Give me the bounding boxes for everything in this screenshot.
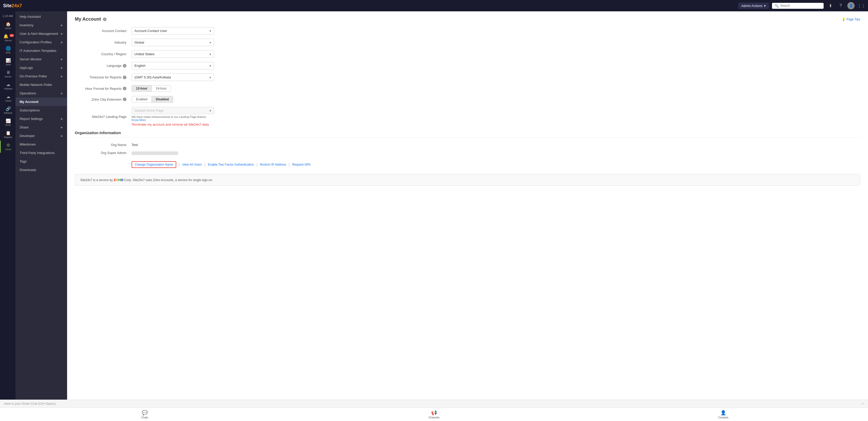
nav-label-admin: Admin bbox=[5, 148, 11, 151]
industry-select-wrapper: Global bbox=[132, 39, 214, 46]
org-section-title: Organization Information bbox=[75, 131, 860, 138]
sidebar-item-my-account[interactable]: My Account bbox=[16, 98, 67, 106]
sidebar-item-user-alert[interactable]: User & Alert Management ▶ bbox=[16, 29, 67, 38]
chats-label: Chats bbox=[142, 416, 148, 419]
account-contact-select[interactable]: Account Contact User bbox=[132, 27, 214, 35]
avatar[interactable]: 👤 bbox=[847, 2, 855, 9]
know-more-link[interactable]: Know More bbox=[132, 119, 146, 122]
cliq-enabled-button[interactable]: Enabled bbox=[132, 96, 152, 102]
country-control: United States bbox=[132, 50, 214, 58]
country-row: Country / Region United States bbox=[75, 50, 860, 58]
request-dpa-link[interactable]: Request DPA bbox=[292, 162, 311, 167]
restrict-ip-link[interactable]: Restrict IP Address bbox=[260, 162, 286, 167]
nav-item-reports[interactable]: 📋 Reports bbox=[0, 128, 16, 140]
industry-select[interactable]: Global bbox=[132, 39, 214, 46]
sidebar-item-downloads[interactable]: Downloads bbox=[16, 166, 67, 174]
landing-page-row: Site24x7 Landing Page Default Home Page … bbox=[75, 107, 860, 126]
page-title-text: My Account bbox=[75, 17, 101, 22]
org-section: Organization Information Org Name Test O… bbox=[75, 131, 860, 168]
sidebar-item-on-premise[interactable]: On-Premise Poller ▶ bbox=[16, 72, 67, 80]
sidebar-item-tags[interactable]: Tags bbox=[16, 157, 67, 166]
sidebar-item-config-profiles[interactable]: Configuration Profiles ▶ bbox=[16, 38, 67, 46]
nav-item-admin[interactable]: ⚙ Admin bbox=[0, 140, 16, 153]
hour-format-info-icon[interactable]: i bbox=[123, 87, 126, 90]
org-super-admin-value bbox=[132, 151, 214, 155]
sidebar-label-developer: Developer bbox=[20, 134, 35, 138]
admin-actions-label: Admin Actions bbox=[741, 4, 763, 8]
arrow-icon: ▶ bbox=[61, 126, 63, 129]
nav-label-server: Server bbox=[5, 75, 11, 78]
smart-chat-placeholder[interactable]: Here is your Smart Chat (Ctrl+Space) bbox=[4, 402, 56, 406]
sidebar-item-mobile-network[interactable]: Mobile Network Poller bbox=[16, 80, 67, 89]
nav-item-vmware[interactable]: ☁ VMware bbox=[0, 80, 16, 92]
hour-12-button[interactable]: 12-hour bbox=[132, 86, 152, 92]
sidebar-item-third-party[interactable]: Third-Party Integrations bbox=[16, 149, 67, 157]
sidebar-item-server-monitor[interactable]: Server Monitor ▶ bbox=[16, 55, 67, 63]
admin-actions-button[interactable]: Admin Actions ▾ bbox=[738, 3, 769, 9]
country-select-wrapper: United States bbox=[132, 50, 214, 58]
cloud-icon: ☁ bbox=[6, 94, 10, 99]
nav-item-rum[interactable]: 📈 RUM bbox=[0, 116, 16, 128]
account-contact-control: Account Contact User bbox=[132, 27, 214, 35]
admin-icon: ⚙ bbox=[6, 143, 10, 148]
sidebar-item-report-settings[interactable]: Report Settings ▶ bbox=[16, 115, 67, 123]
hour-format-label-text: Hour Format for Reports bbox=[85, 87, 122, 91]
cliq-disabled-button[interactable]: Disabled bbox=[152, 96, 173, 102]
sidebar-label-it-automation: IT Automation Templates bbox=[20, 49, 57, 53]
nav-item-apm[interactable]: 📊 APM bbox=[0, 56, 16, 68]
view-all-users-link[interactable]: View All Users bbox=[182, 162, 202, 167]
change-org-link[interactable]: Change Organization Name bbox=[132, 161, 176, 168]
zoho-h: H bbox=[118, 178, 121, 182]
nav-item-home[interactable]: 🏠 Home bbox=[0, 20, 16, 32]
sidebar-label-user-alert: User & Alert Management bbox=[20, 32, 58, 36]
contacts-icon: 👤 bbox=[720, 410, 726, 416]
search-icon: 🔍 bbox=[775, 4, 779, 8]
arrow-icon: ▶ bbox=[61, 75, 63, 78]
bottom-item-chats[interactable]: 💬 Chats bbox=[0, 409, 289, 420]
industry-control: Global bbox=[132, 39, 214, 46]
sidebar-item-milestones[interactable]: Milestones bbox=[16, 140, 67, 149]
terminate-link[interactable]: Terminate my account and remove all Site… bbox=[132, 123, 214, 126]
language-info-icon[interactable]: i bbox=[123, 64, 126, 68]
cliq-info-icon[interactable]: i bbox=[123, 98, 126, 101]
bottom-item-contacts[interactable]: 👤 Contacts bbox=[579, 409, 868, 420]
nav-label-cloud: Cloud bbox=[5, 100, 11, 102]
hour-24-button[interactable]: 24-hour bbox=[152, 86, 170, 92]
sidebar-item-operations[interactable]: Operations ▶ bbox=[16, 89, 67, 98]
sidebar-item-help-assistant[interactable]: Help Assistant bbox=[16, 12, 67, 21]
sidebar-item-share[interactable]: Share ▶ bbox=[16, 123, 67, 132]
country-select[interactable]: United States bbox=[132, 50, 214, 58]
sidebar-item-applogs[interactable]: AppLogs ▶ bbox=[16, 63, 67, 72]
chats-icon: 💬 bbox=[142, 410, 148, 416]
landing-page-select[interactable]: Default Home Page bbox=[132, 107, 214, 114]
contacts-label: Contacts bbox=[718, 416, 728, 419]
apm-icon: 📊 bbox=[6, 58, 11, 63]
arrow-icon: ▶ bbox=[61, 92, 63, 95]
help-icon[interactable]: ? bbox=[837, 2, 844, 9]
nav-item-alarms[interactable]: 🔔40 Alarms bbox=[0, 32, 16, 44]
page-tips-link[interactable]: 💡 Page Tips bbox=[842, 18, 860, 21]
nav-item-web[interactable]: 🌐 Web bbox=[0, 44, 16, 56]
sidebar-item-subscriptions[interactable]: Subscriptions bbox=[16, 106, 67, 115]
sidebar-item-inventory[interactable]: Inventory ▶ bbox=[16, 21, 67, 29]
search-input[interactable] bbox=[780, 4, 821, 7]
page-tips-label: Page Tips bbox=[846, 18, 860, 21]
nav-item-server[interactable]: 🖥 Server bbox=[0, 68, 16, 80]
sidebar-item-it-automation[interactable]: IT Automation Templates bbox=[16, 46, 67, 55]
smart-chat-expand-icon[interactable]: ⤢ bbox=[861, 402, 864, 406]
nav-item-network[interactable]: 🔗 Network bbox=[0, 104, 16, 116]
language-select-wrapper: English bbox=[132, 62, 214, 69]
timezone-select[interactable]: (GMT 5:30) Asia/Kolkata bbox=[132, 73, 214, 81]
org-name-text: Test bbox=[132, 143, 138, 147]
arrow-icon: ▶ bbox=[61, 41, 63, 43]
upload-icon[interactable]: ⬆ bbox=[827, 2, 834, 9]
sidebar-item-developer[interactable]: Developer ▶ bbox=[16, 132, 67, 140]
timezone-info-icon[interactable]: i bbox=[123, 75, 126, 79]
bottom-item-channels[interactable]: 📢 Channels bbox=[289, 409, 579, 420]
nav-item-cloud[interactable]: ☁ Cloud bbox=[0, 92, 16, 104]
two-factor-link[interactable]: Enable Two Factor Authentication bbox=[208, 162, 254, 167]
cliq-control: Enabled Disabled bbox=[132, 96, 214, 103]
page-title-info-icon[interactable]: i bbox=[103, 18, 106, 21]
language-select[interactable]: English bbox=[132, 62, 214, 69]
grid-icon[interactable]: ⋮⋮ bbox=[858, 2, 865, 9]
